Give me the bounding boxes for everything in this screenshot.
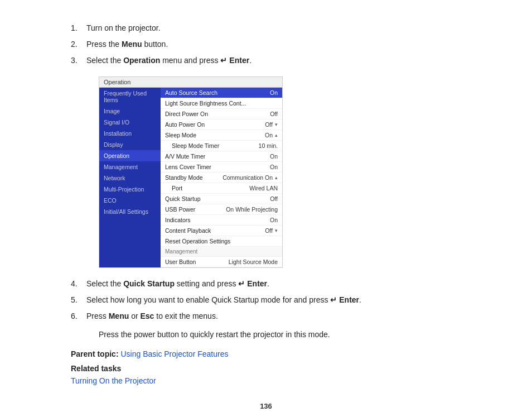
menu-row-label: Direct Power On [165,111,270,117]
turning-on-projector-link[interactable]: Turning On the Projector [71,376,156,385]
menu-row-port[interactable]: Port Wired LAN [161,183,282,194]
page-number: 136 [71,402,461,410]
step-6: 6. Press Menu or Esc to exit the menus. [71,310,461,322]
step-1-num: 1. [71,22,86,34]
menu-row-label: Port [165,185,249,191]
menu-row-quick-startup[interactable]: Quick Startup Off [161,194,282,204]
menu-body: Frequently Used Items Image Signal I/O I… [99,88,282,267]
step-4-num: 4. [71,278,86,290]
step-2-text: Press the Menu button. [86,39,461,50]
menu-row-label: Lens Cover Timer [165,164,270,170]
step-2: 2. Press the Menu button. [71,39,461,50]
menu-left-display[interactable]: Display [99,139,161,150]
menu-row-label: Sleep Mode Timer [165,142,259,149]
chevron-down-icon: ▾ [275,228,278,233]
menu-row-user-button[interactable]: User Button Light Source Mode [161,257,282,267]
menu-row-label: Auto Power On [165,121,265,128]
menu-row-reset-operation[interactable]: Reset Operation Settings [161,236,282,247]
menu-row-content-playback[interactable]: Content Playback Off ▾ [161,226,282,236]
menu-row-av-mute-timer[interactable]: A/V Mute Timer On [161,151,282,162]
menu-left-initial-settings[interactable]: Initial/All Settings [99,206,161,217]
menu-left-image[interactable]: Image [99,106,161,117]
menu-row-label: Indicators [165,217,270,223]
step-3: 3. Select the Operation menu and press ↵… [71,55,461,66]
menu-left-network[interactable]: Network [99,173,161,184]
menu-screenshot: Operation Frequently Used Items Image Si… [99,76,283,268]
menu-row-value: On [270,153,278,160]
press-note: Press the power button to quickly restar… [99,329,461,341]
menu-row-value: Off [265,227,273,234]
menu-section-management: Management [161,247,282,257]
menu-row-value: Off [270,111,278,117]
menu-left-operation[interactable]: Operation [99,150,161,161]
menu-left-eco[interactable]: ECO [99,195,161,206]
menu-top-bar: Operation [99,77,282,88]
step-2-num: 2. [71,39,86,50]
page-content: 1. Turn on the projector. 2. Press the M… [71,0,461,412]
chevron-up-icon: ▴ [275,132,278,138]
step-6-text: Press Menu or Esc to exit the menus. [86,310,461,322]
step-3-text: Select the Operation menu and press ↵ En… [86,55,461,66]
menu-left-multi-projection[interactable]: Multi-Projection [99,184,161,195]
menu-row-value: Communication On [223,174,273,181]
step-5: 5. Select how long you want to enable Qu… [71,294,461,306]
menu-row-value: Wired LAN [249,185,278,191]
menu-row-label: User Button [165,258,229,265]
menu-row-value: Light Source Mode [229,258,278,265]
menu-row-lens-cover-timer[interactable]: Lens Cover Timer On [161,162,282,173]
menu-row-value: Off [270,195,278,202]
menu-row-value: On While Projecting [226,206,278,213]
menu-row-label: A/V Mute Timer [165,153,270,160]
step-4: 4. Select the Quick Startup setting and … [71,278,461,290]
menu-row-label: Standby Mode [165,174,223,181]
menu-row-label: Auto Source Search [165,89,270,96]
menu-row-label: Reset Operation Settings [165,238,278,245]
menu-left-panel: Frequently Used Items Image Signal I/O I… [99,88,161,267]
step-4-text: Select the Quick Startup setting and pre… [86,278,461,290]
chevron-up-icon: ▴ [275,175,278,180]
menu-row-value: On [265,132,273,138]
menu-row-direct-power-on[interactable]: Direct Power On Off [161,109,282,119]
menu-row-light-source[interactable]: Light Source Brightness Cont... [161,98,282,109]
menu-row-sleep-mode[interactable]: Sleep Mode On ▴ [161,130,282,141]
related-tasks-section: Related tasks Turning On the Projector [71,364,461,385]
menu-left-installation[interactable]: Installation [99,128,161,139]
menu-left-management[interactable]: Management [99,161,161,173]
step-5-num: 5. [71,294,86,306]
menu-row-auto-power-on[interactable]: Auto Power On Off ▾ [161,119,282,130]
parent-topic-section: Parent topic: Using Basic Projector Feat… [71,349,461,358]
menu-row-label: USB Power [165,206,226,213]
related-tasks-label: Related tasks [71,364,461,373]
menu-right-panel: Auto Source Search On Light Source Brigh… [161,88,282,267]
menu-row-value: On [270,217,278,223]
menu-row-label: Content Playback [165,227,265,234]
menu-row-indicators[interactable]: Indicators On [161,215,282,226]
parent-topic-label: Parent topic: Using Basic Projector Feat… [71,349,228,358]
menu-row-value: On [270,89,278,96]
menu-row-sleep-mode-timer[interactable]: Sleep Mode Timer 10 min. [161,141,282,151]
menu-row-standby-mode[interactable]: Standby Mode Communication On ▴ [161,173,282,183]
menu-left-frequently-used[interactable]: Frequently Used Items [99,88,161,106]
parent-topic-link[interactable]: Using Basic Projector Features [120,349,228,358]
menu-row-value: On [270,164,278,170]
chevron-down-icon: ▾ [275,122,278,127]
step-3-num: 3. [71,55,86,66]
steps-list-top: 1. Turn on the projector. 2. Press the M… [71,22,461,66]
menu-row-label: Light Source Brightness Cont... [165,100,278,107]
menu-row-label: Quick Startup [165,195,270,202]
menu-left-signal-io[interactable]: Signal I/O [99,117,161,128]
step-5-text: Select how long you want to enable Quick… [86,294,461,306]
menu-row-label: Sleep Mode [165,132,265,138]
menu-row-usb-power[interactable]: USB Power On While Projecting [161,204,282,215]
menu-row-value: 10 min. [259,142,278,149]
menu-row-value: Off [265,121,273,128]
steps-list-lower: 4. Select the Quick Startup setting and … [71,278,461,322]
step-6-num: 6. [71,310,86,322]
step-1: 1. Turn on the projector. [71,22,461,34]
step-1-text: Turn on the projector. [86,22,461,34]
menu-row-auto-source-search[interactable]: Auto Source Search On [161,88,282,98]
